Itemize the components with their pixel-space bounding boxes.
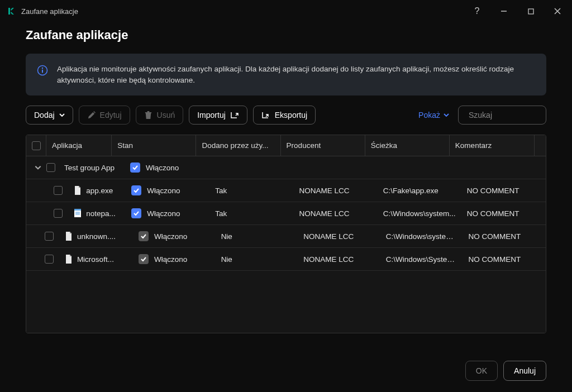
group-name: Test group App [59,164,125,172]
column-comment[interactable]: Komentarz [450,135,535,156]
status-toggle[interactable] [130,162,140,173]
pencil-icon [87,111,96,119]
status-toggle[interactable] [131,208,141,218]
add-button[interactable]: Dodaj [26,106,73,125]
comment-text: NO COMMENT [463,255,546,264]
added-text: Tak [209,187,293,195]
help-button[interactable]: ? [469,3,485,19]
app-name: Microsoft... [59,255,133,264]
comment-text: NO COMMENT [463,232,546,241]
ok-button[interactable]: OK [465,361,498,381]
column-manufacturer[interactable]: Producent [281,135,365,156]
added-text: Nie [216,255,298,264]
search-input[interactable] [469,111,566,119]
import-button[interactable]: Importuj [189,106,247,125]
export-icon [261,111,270,119]
row-checkbox[interactable] [54,209,63,218]
status-text: Włączono [147,187,180,195]
search-box[interactable] [458,106,546,125]
select-all-checkbox[interactable] [32,141,41,150]
toolbar: Dodaj Edytuj Usuń Importuj Eksportuj Pok… [26,106,546,125]
titlebar: Zaufane aplikacje ? [0,0,572,22]
page-title: Zaufane aplikacje [26,28,546,42]
export-button[interactable]: Eksportuj [253,106,316,125]
info-icon [37,65,48,76]
svg-point-2 [42,68,43,69]
status-toggle[interactable] [139,254,149,264]
added-text: Tak [209,209,293,218]
table-row[interactable]: app.exe Włączono Tak NONAME LCC C:\Fake\… [26,179,546,202]
close-button[interactable] [550,3,565,19]
path-text: C:\Windows\system... [378,209,461,218]
manufacturer-text: NONAME LCC [298,255,380,264]
svg-rect-6 [74,209,81,211]
row-checkbox[interactable] [45,232,54,241]
column-added[interactable]: Dodano przez uży... [196,135,280,156]
table-row[interactable]: Microsoft... Włączono Nie NONAME LCC C:\… [26,248,546,271]
chevron-down-icon [444,112,449,118]
table-group-row[interactable]: Test group App Włączono [26,156,546,179]
show-button-label: Pokaż [418,111,440,119]
column-status[interactable]: Stan [112,135,196,156]
row-checkbox[interactable] [54,186,63,195]
chevron-down-icon[interactable] [34,164,42,171]
app-name: notepa... [68,209,126,218]
path-text: C:\Windows\system... [380,232,463,241]
delete-button-label: Usuń [157,111,175,119]
group-checkbox[interactable] [46,163,55,172]
titlebar-title: Zaufane aplikacje [21,7,469,16]
chevron-down-icon [59,112,65,118]
app-name: unknown.... [59,232,133,241]
path-text: C:\Windows\System... [380,255,463,264]
edit-button-label: Edytuj [100,111,122,119]
svg-rect-0 [528,9,533,14]
table-row[interactable]: notepa... Włączono Tak NONAME LCC C:\Win… [26,202,546,225]
maximize-button[interactable] [523,3,538,19]
manufacturer-text: NONAME LCC [294,187,378,195]
path-text: C:\Fake\app.exe [378,187,461,195]
status-text: Włączono [147,209,180,218]
manufacturer-text: NONAME LCC [294,209,378,218]
comment-text: NO COMMENT [461,187,546,195]
footer: OK Anuluj [0,350,572,392]
delete-button: Usuń [136,106,184,125]
status-toggle[interactable] [139,231,149,241]
minimize-button[interactable] [496,3,512,19]
cancel-button[interactable]: Anuluj [503,361,546,381]
status-text: Włączono [154,232,187,241]
status-text: Włączono [154,255,187,264]
table-body: Test group App Włączono app.exe Włączono… [26,156,546,333]
column-spacer [535,135,546,156]
svg-rect-3 [42,70,43,73]
show-button[interactable]: Pokaż [418,111,449,119]
added-text: Nie [216,232,298,241]
app-name: app.exe [68,186,126,195]
column-app[interactable]: Aplikacja [46,135,112,156]
table-row[interactable]: unknown.... Włączono Nie NONAME LCC C:\W… [26,225,546,248]
table-header: Aplikacja Stan Dodano przez uży... Produ… [26,135,546,156]
app-logo-icon [7,7,16,16]
edit-button: Edytuj [79,106,130,125]
status-toggle[interactable] [131,185,141,195]
import-button-label: Importuj [197,111,226,119]
import-icon [230,111,239,119]
trash-icon [144,111,152,119]
add-button-label: Dodaj [34,111,55,119]
comment-text: NO COMMENT [461,209,546,218]
info-text: Aplikacja nie monitoruje aktywności zauf… [57,64,535,85]
apps-table: Aplikacja Stan Dodano przez uży... Produ… [26,135,546,333]
export-button-label: Eksportuj [275,111,307,119]
manufacturer-text: NONAME LCC [298,232,380,241]
info-banner: Aplikacja nie monitoruje aktywności zauf… [26,54,546,95]
row-checkbox[interactable] [45,255,54,264]
status-text: Włączono [146,164,179,172]
column-path[interactable]: Ścieżka [365,135,450,156]
